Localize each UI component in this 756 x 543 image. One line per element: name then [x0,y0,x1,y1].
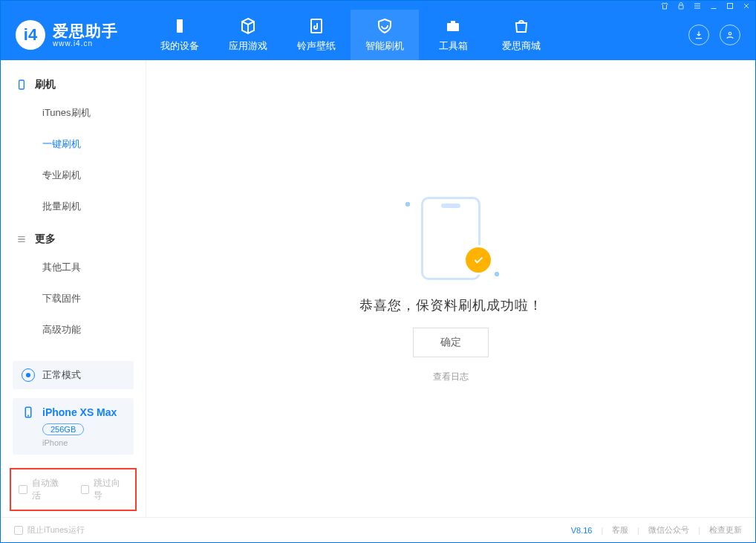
header-actions [688,10,755,60]
tab-label: 我的设备 [160,39,199,53]
phone-icon [171,17,189,35]
download-icon[interactable] [688,25,709,45]
svg-rect-0 [679,5,683,9]
tab-apps-games[interactable]: 应用游戏 [214,10,282,60]
svg-rect-7 [19,80,25,89]
checkbox-auto-activate[interactable]: 自动激活 [19,477,66,502]
svg-rect-4 [447,23,459,31]
checkbox-block-itunes[interactable]: 阻止iTunes运行 [14,524,85,536]
check-badge-icon [466,247,491,273]
success-message: 恭喜您，保资料刷机成功啦！ [359,296,543,314]
device-card[interactable]: iPhone XS Max 256GB iPhone [13,398,134,455]
checkbox-label: 自动激活 [32,477,66,502]
svg-point-6 [729,33,731,36]
device-phone-icon [22,406,35,419]
tab-my-device[interactable]: 我的设备 [146,10,214,60]
sidebar: 刷机 iTunes刷机 一键刷机 专业刷机 批量刷机 更多 其他工具 下载固件 … [1,60,146,517]
ok-button[interactable]: 确定 [413,328,489,357]
tab-smart-flash[interactable]: 智能刷机 [351,10,419,60]
tab-ringtones-wallpapers[interactable]: 铃声壁纸 [282,10,351,60]
svg-rect-5 [451,21,455,23]
divider: | [698,526,700,535]
checkbox-icon [19,485,27,494]
sidebar-item-pro-flash[interactable]: 专业刷机 [1,160,146,191]
tab-label: 智能刷机 [365,39,404,53]
group-label: 刷机 [35,78,56,91]
checkbox-label: 跳过向导 [94,477,128,502]
tab-label: 工具箱 [439,39,468,53]
device-icon [16,79,27,91]
svg-point-9 [28,415,29,416]
svg-rect-2 [177,19,183,33]
tab-toolbox[interactable]: 工具箱 [419,10,487,60]
tab-label: 爱思商城 [502,39,541,53]
cube-icon [239,17,257,35]
main-content: 恭喜您，保资料刷机成功啦！ 确定 查看日志 [146,60,755,517]
music-note-icon [307,17,325,35]
sidebar-group-more: 更多 [1,222,146,252]
briefcase-icon [444,17,462,35]
divider: | [601,526,603,535]
sidebar-item-advanced[interactable]: 高级功能 [1,314,146,345]
divider: | [637,526,639,535]
options-highlight-box: 自动激活 跳过向导 [10,468,137,511]
list-icon [16,233,27,245]
refresh-shield-icon [376,17,394,35]
tab-store[interactable]: 爱思商城 [487,10,555,60]
checkbox-skip-guide[interactable]: 跳过向导 [81,477,128,502]
sidebar-item-oneclick-flash[interactable]: 一键刷机 [1,129,146,160]
status-dot-icon [22,368,35,382]
version-label: V8.16 [571,526,593,535]
app-name: 爱思助手 [53,23,118,39]
sidebar-item-other-tools[interactable]: 其他工具 [1,252,146,283]
footer: 阻止iTunes运行 V8.16 | 客服 | 微信公众号 | 检查更新 [1,517,755,542]
checkbox-icon [14,526,23,535]
nav-tabs: 我的设备 应用游戏 铃声壁纸 智能刷机 工具箱 爱思商城 [146,10,555,60]
status-label: 正常模式 [42,368,81,382]
svg-rect-1 [728,4,733,9]
logo-mark-icon: i4 [16,20,45,50]
sidebar-item-itunes-flash[interactable]: iTunes刷机 [1,97,146,129]
body: 刷机 iTunes刷机 一键刷机 专业刷机 批量刷机 更多 其他工具 下载固件 … [1,60,755,517]
device-type: iPhone [42,438,125,447]
checkbox-icon [81,485,90,494]
tab-label: 铃声壁纸 [297,39,336,53]
device-capacity-badge: 256GB [42,423,84,435]
sidebar-item-batch-flash[interactable]: 批量刷机 [1,191,146,222]
sparkle-icon [403,200,411,208]
view-log-link[interactable]: 查看日志 [433,371,469,383]
support-link[interactable]: 客服 [612,524,628,536]
sparkle-icon [492,270,501,278]
user-icon[interactable] [720,25,740,45]
sidebar-item-download-firmware[interactable]: 下载固件 [1,283,146,314]
sidebar-group-flash: 刷机 [1,68,146,97]
app-url: www.i4.cn [53,40,118,48]
bag-icon [512,17,530,35]
tab-label: 应用游戏 [229,39,267,53]
titlebar [1,1,755,10]
success-illustration [406,194,495,283]
checkbox-label: 阻止iTunes运行 [27,524,85,536]
check-update-link[interactable]: 检查更新 [709,524,742,536]
header: i4 爱思助手 www.i4.cn 我的设备 应用游戏 铃声壁纸 智能刷机 工具… [1,10,755,60]
app-logo: i4 爱思助手 www.i4.cn [1,10,146,60]
status-card[interactable]: 正常模式 [13,361,134,389]
wechat-link[interactable]: 微信公众号 [648,524,689,536]
group-label: 更多 [35,233,56,246]
device-name: iPhone XS Max [42,406,117,418]
